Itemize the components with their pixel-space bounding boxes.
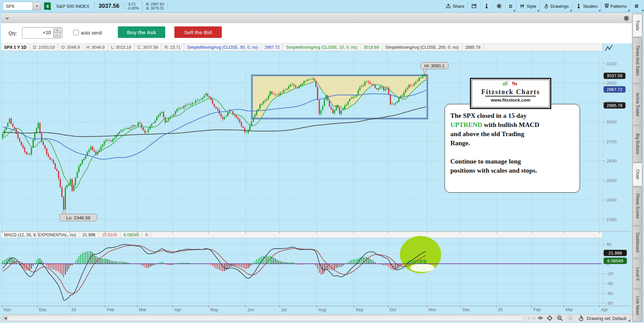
svg-text:-40: -40 [606, 281, 613, 286]
side-tab-times-and-sales[interactable]: Times And Sales [632, 38, 642, 83]
top-toolbar: SPX ▼ 4 S&P 500 INDEX 3037.56 -9.21 -0.3… [0, 0, 644, 13]
side-tab-dashboard[interactable]: Dashboard [632, 226, 642, 258]
side-tab-active-trader[interactable]: Active Trader [632, 84, 642, 125]
sma200-line [3, 107, 426, 137]
side-tab-chart[interactable]: Chart [632, 163, 642, 186]
timeframe-button[interactable]: D [506, 0, 515, 12]
zoom-out-icon[interactable] [567, 315, 574, 322]
thinkorswim-window: SPX ▼ 4 S&P 500 INDEX 3037.56 -9.21 -0.3… [0, 0, 644, 323]
menu-icon [634, 3, 639, 9]
quantity-stepper[interactable]: +10 + − [22, 27, 63, 39]
svg-text:Lo: 2346.58: Lo: 2346.58 [66, 215, 90, 220]
side-tab-label: Active Trader [635, 92, 640, 116]
macd-line [3, 244, 426, 300]
logo-underline [485, 96, 536, 96]
svg-text:Jul: Jul [281, 307, 287, 312]
gadget-tab-strip: TradeTimes And SalesActive TraderBig But… [632, 14, 643, 322]
svg-text:3000: 3000 [606, 81, 617, 86]
svg-text:Apr: Apr [175, 307, 181, 312]
symbol-description: S&P 500 INDEX [51, 4, 94, 9]
chart-menu-button[interactable] [630, 0, 644, 12]
candle-style-icon [519, 3, 525, 9]
dropdown-corner [642, 9, 643, 11]
flask-icon [576, 3, 581, 9]
dropdown-corner [570, 9, 572, 11]
side-tab-trade[interactable]: Trade [632, 14, 642, 37]
scroll-left-arrow[interactable]: ◀ [2, 316, 8, 321]
sell-the-bid-button[interactable]: Sell the Bid [174, 26, 222, 38]
svg-text:Apr: Apr [601, 307, 608, 312]
patterns-button[interactable]: W Patterns [601, 0, 630, 12]
side-tab-big-buttons[interactable]: Big Buttons [632, 126, 642, 162]
dropdown-corner [513, 9, 515, 11]
zoom-in-icon[interactable] [557, 315, 563, 322]
gear-icon[interactable] [623, 15, 629, 21]
svg-text:Mar: Mar [566, 307, 573, 312]
drawings-button[interactable]: Drawings [540, 0, 572, 12]
chart-settings-button[interactable] [493, 0, 505, 12]
note-line: The SPX closed in a 15 day [450, 111, 575, 120]
svg-text:Hi: 3050.1: Hi: 3050.1 [424, 63, 444, 68]
sma50-line [3, 90, 426, 159]
svg-text:May: May [210, 307, 218, 312]
sma10-line [3, 80, 426, 189]
quantity-value[interactable]: +10 [43, 30, 51, 35]
side-tab-phase-scores[interactable]: Phase Scores [632, 187, 642, 226]
calendar-icon: i [471, 3, 477, 9]
svg-text:3037.56: 3037.56 [607, 73, 623, 78]
style-button[interactable]: Style [516, 0, 540, 12]
hand-icon [543, 3, 549, 9]
side-tab-label: Times And Sales [635, 45, 640, 76]
drawing-set-label[interactable]: Drawing set: Default [587, 316, 626, 321]
svg-text:Oct: Oct [390, 307, 396, 312]
svg-text:2700: 2700 [606, 139, 617, 144]
share-button[interactable]: Share [442, 0, 468, 12]
pan-icon[interactable] [537, 315, 544, 322]
note-line: and above the old Trading [450, 129, 575, 138]
svg-text:6.08549: 6.08549 [607, 258, 623, 263]
dropdown-corner [599, 9, 600, 11]
dropdown-corner [628, 319, 630, 321]
svg-text:19: 19 [71, 307, 76, 312]
svg-text:40: 40 [606, 242, 611, 247]
note-line: Range. [450, 138, 575, 148]
collapse-chevron-icon[interactable] [4, 16, 10, 21]
analysis-tools-button[interactable] [480, 0, 493, 12]
svg-text:Mar: Mar [139, 307, 147, 312]
svg-text:-60: -60 [606, 291, 613, 296]
svg-text:-20: -20 [606, 271, 613, 276]
link-channel-badge[interactable]: 4 [44, 2, 51, 10]
note-line: positions with scales and stops. [450, 166, 575, 175]
svg-text:Nov: Nov [429, 307, 436, 312]
share-icon [446, 3, 451, 9]
calendar-events-button[interactable]: i [468, 0, 480, 12]
price-change: -9.21 -0.30% [124, 2, 143, 10]
macd-signal-line [3, 245, 426, 294]
note-line: Continue to manage long [450, 157, 575, 166]
fitzstock-logo-title: Fitzstock Charts [472, 88, 549, 96]
studies-button[interactable]: Studies [573, 0, 601, 12]
time-scrollbar[interactable]: ◀ [2, 316, 523, 321]
hand-drag-icon[interactable] [578, 315, 584, 322]
quantity-decrement-button[interactable]: − [53, 33, 61, 38]
svg-text:-80: -80 [606, 301, 613, 306]
symbol-input[interactable]: SPX ▼ [3, 2, 41, 10]
note-line: UPTREND with bullish MACD [450, 120, 575, 129]
svg-text:21.996: 21.996 [608, 251, 622, 256]
side-tab-live-news[interactable]: Live News [632, 289, 642, 322]
lo-callout: Lo: 2346.58 [60, 210, 97, 221]
svg-text:Dec: Dec [463, 307, 470, 312]
svg-text:Feb: Feb [107, 307, 114, 312]
analysis-note-box: The SPX closed in a 15 dayUPTREND with b… [445, 104, 580, 193]
svg-text:i: i [475, 4, 475, 6]
buy-the-ask-button[interactable]: Buy the Ask [118, 26, 165, 38]
qty-label: Qty: [8, 30, 17, 36]
symbol-dropdown-button[interactable]: ▼ [33, 2, 41, 10]
flask-icon [484, 3, 489, 9]
auto-send-checkbox[interactable] [73, 30, 79, 35]
scroll-forward-arrow[interactable]: › [531, 315, 537, 322]
side-tab-level-ii[interactable]: Level II [632, 259, 642, 289]
symbol-value[interactable]: SPX [3, 4, 33, 9]
svg-text:2300: 2300 [606, 217, 617, 222]
crosshair-icon[interactable] [546, 315, 553, 322]
